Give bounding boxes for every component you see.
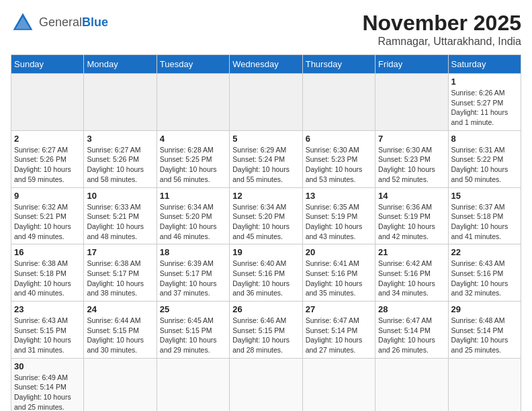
calendar-cell [375,74,448,131]
day-info: Sunrise: 6:41 AM Sunset: 5:16 PM Dayligh… [306,259,372,298]
day-number: 5 [232,134,299,144]
calendar-cell: 25Sunrise: 6:45 AM Sunset: 5:15 PM Dayli… [157,302,229,359]
day-number: 12 [232,191,299,201]
day-info: Sunrise: 6:38 AM Sunset: 5:18 PM Dayligh… [14,259,81,298]
logo-blue: Blue [82,15,108,29]
calendar-cell: 22Sunrise: 6:43 AM Sunset: 5:16 PM Dayli… [448,244,521,302]
day-info: Sunrise: 6:43 AM Sunset: 5:15 PM Dayligh… [14,316,81,355]
calendar-cell [375,358,448,411]
calendar-cell: 2Sunrise: 6:27 AM Sunset: 5:26 PM Daylig… [11,130,84,187]
calendar-cell: 28Sunrise: 6:47 AM Sunset: 5:14 PM Dayli… [375,302,448,359]
calendar-cell: 13Sunrise: 6:35 AM Sunset: 5:19 PM Dayli… [302,187,375,244]
day-number: 14 [378,191,445,201]
day-info: Sunrise: 6:47 AM Sunset: 5:14 PM Dayligh… [378,316,445,355]
day-info: Sunrise: 6:42 AM Sunset: 5:16 PM Dayligh… [378,259,445,298]
day-number: 7 [378,134,445,144]
day-info: Sunrise: 6:38 AM Sunset: 5:17 PM Dayligh… [87,259,153,298]
calendar-cell [157,74,229,131]
day-number: 13 [306,191,372,201]
calendar-cell: 3Sunrise: 6:27 AM Sunset: 5:26 PM Daylig… [84,130,157,187]
calendar-row-2: 9Sunrise: 6:32 AM Sunset: 5:21 PM Daylig… [11,187,521,244]
day-number: 11 [160,191,226,201]
day-number: 16 [14,247,81,257]
calendar-cell [157,358,229,411]
calendar-row-4: 23Sunrise: 6:43 AM Sunset: 5:15 PM Dayli… [11,302,521,359]
calendar-cell: 5Sunrise: 6:29 AM Sunset: 5:24 PM Daylig… [230,130,302,187]
logo-text: GeneralBlue [39,16,108,30]
day-number: 2 [14,134,81,144]
day-info: Sunrise: 6:29 AM Sunset: 5:24 PM Dayligh… [232,145,299,185]
calendar-cell [448,358,521,411]
weekday-header-monday: Monday [84,55,157,74]
day-number: 26 [232,304,299,314]
day-number: 30 [14,361,81,371]
calendar-cell: 1Sunrise: 6:26 AM Sunset: 5:27 PM Daylig… [448,74,521,131]
day-info: Sunrise: 6:27 AM Sunset: 5:26 PM Dayligh… [14,145,81,185]
day-number: 15 [451,191,518,201]
weekday-header-friday: Friday [375,55,448,74]
calendar-cell: 9Sunrise: 6:32 AM Sunset: 5:21 PM Daylig… [11,187,84,244]
day-number: 3 [87,134,153,144]
weekday-header-thursday: Thursday [302,55,375,74]
month-title: November 2025 [362,11,521,36]
logo-icon [11,11,35,35]
logo-general: General [39,15,82,29]
day-number: 9 [14,191,81,201]
weekday-header-saturday: Saturday [448,55,521,74]
day-info: Sunrise: 6:28 AM Sunset: 5:25 PM Dayligh… [160,145,226,185]
day-info: Sunrise: 6:31 AM Sunset: 5:22 PM Dayligh… [451,145,518,185]
day-info: Sunrise: 6:34 AM Sunset: 5:20 PM Dayligh… [160,202,226,242]
calendar-cell: 6Sunrise: 6:30 AM Sunset: 5:23 PM Daylig… [302,130,375,187]
day-info: Sunrise: 6:34 AM Sunset: 5:20 PM Dayligh… [232,202,299,242]
day-number: 28 [378,304,445,314]
day-number: 24 [87,304,153,314]
calendar-cell: 10Sunrise: 6:33 AM Sunset: 5:21 PM Dayli… [84,187,157,244]
calendar-cell: 17Sunrise: 6:38 AM Sunset: 5:17 PM Dayli… [84,244,157,302]
logo: GeneralBlue [11,11,108,35]
day-number: 19 [232,247,299,257]
day-info: Sunrise: 6:45 AM Sunset: 5:15 PM Dayligh… [160,316,226,355]
calendar-cell [11,74,84,131]
calendar-cell: 15Sunrise: 6:37 AM Sunset: 5:18 PM Dayli… [448,187,521,244]
day-info: Sunrise: 6:40 AM Sunset: 5:16 PM Dayligh… [232,259,299,298]
day-info: Sunrise: 6:27 AM Sunset: 5:26 PM Dayligh… [87,145,153,185]
header: GeneralBlue November 2025 Ramnagar, Utta… [11,11,521,48]
day-number: 21 [378,247,445,257]
calendar-cell: 21Sunrise: 6:42 AM Sunset: 5:16 PM Dayli… [375,244,448,302]
calendar-cell: 12Sunrise: 6:34 AM Sunset: 5:20 PM Dayli… [230,187,302,244]
day-info: Sunrise: 6:36 AM Sunset: 5:19 PM Dayligh… [378,202,445,242]
day-number: 20 [306,247,372,257]
location: Ramnagar, Uttarakhand, India [362,36,521,48]
calendar-cell [84,74,157,131]
day-number: 25 [160,304,226,314]
weekday-header-row: SundayMondayTuesdayWednesdayThursdayFrid… [11,55,521,74]
calendar-cell: 19Sunrise: 6:40 AM Sunset: 5:16 PM Dayli… [230,244,302,302]
calendar-row-1: 2Sunrise: 6:27 AM Sunset: 5:26 PM Daylig… [11,130,521,187]
calendar-cell [302,358,375,411]
day-info: Sunrise: 6:30 AM Sunset: 5:23 PM Dayligh… [378,145,445,185]
day-number: 6 [306,134,372,144]
calendar-cell: 26Sunrise: 6:46 AM Sunset: 5:15 PM Dayli… [230,302,302,359]
day-info: Sunrise: 6:47 AM Sunset: 5:14 PM Dayligh… [306,316,372,355]
calendar-cell: 20Sunrise: 6:41 AM Sunset: 5:16 PM Dayli… [302,244,375,302]
day-number: 1 [451,77,518,87]
calendar-cell [230,74,302,131]
day-info: Sunrise: 6:30 AM Sunset: 5:23 PM Dayligh… [306,145,372,185]
day-number: 4 [160,134,226,144]
day-info: Sunrise: 6:33 AM Sunset: 5:21 PM Dayligh… [87,202,153,242]
day-number: 18 [160,247,226,257]
day-number: 22 [451,247,518,257]
calendar-cell: 24Sunrise: 6:44 AM Sunset: 5:15 PM Dayli… [84,302,157,359]
day-number: 8 [451,134,518,144]
day-info: Sunrise: 6:39 AM Sunset: 5:17 PM Dayligh… [160,259,226,298]
calendar-cell: 30Sunrise: 6:49 AM Sunset: 5:14 PM Dayli… [11,358,84,411]
calendar-row-3: 16Sunrise: 6:38 AM Sunset: 5:18 PM Dayli… [11,244,521,302]
weekday-header-wednesday: Wednesday [230,55,302,74]
day-number: 10 [87,191,153,201]
day-info: Sunrise: 6:48 AM Sunset: 5:14 PM Dayligh… [451,316,518,355]
calendar-table: SundayMondayTuesdayWednesdayThursdayFrid… [11,54,521,411]
day-info: Sunrise: 6:43 AM Sunset: 5:16 PM Dayligh… [451,259,518,298]
weekday-header-tuesday: Tuesday [157,55,229,74]
day-info: Sunrise: 6:32 AM Sunset: 5:21 PM Dayligh… [14,202,81,242]
day-number: 29 [451,304,518,314]
